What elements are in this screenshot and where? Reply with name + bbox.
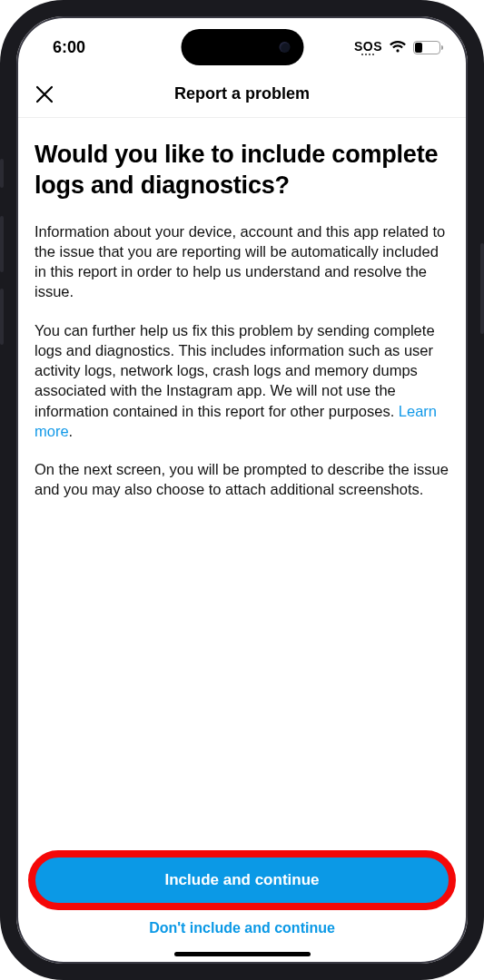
sos-indicator: SOS bbox=[354, 40, 382, 55]
home-indicator[interactable] bbox=[174, 952, 311, 956]
paragraph-1: Information about your device, account a… bbox=[35, 221, 449, 302]
close-icon[interactable] bbox=[29, 79, 60, 110]
include-continue-button[interactable]: Include and continue bbox=[35, 857, 449, 904]
paragraph-3: On the next screen, you will be prompted… bbox=[35, 459, 449, 500]
content-area: Would you like to include complete logs … bbox=[16, 118, 468, 857]
dynamic-island bbox=[181, 29, 303, 65]
nav-bar: Report a problem bbox=[16, 71, 468, 118]
page-title: Report a problem bbox=[16, 84, 468, 103]
paragraph-2: You can further help us fix this problem… bbox=[35, 320, 449, 442]
status-right: SOS 27 bbox=[354, 40, 440, 55]
footer-actions: Include and continue Don't include and c… bbox=[16, 857, 468, 964]
battery-percent: 27 bbox=[414, 43, 440, 53]
status-time: 6:00 bbox=[53, 38, 85, 57]
battery-icon: 27 bbox=[413, 41, 440, 54]
headline: Would you like to include complete logs … bbox=[35, 140, 449, 201]
dont-include-continue-button[interactable]: Don't include and continue bbox=[142, 916, 342, 940]
wifi-icon bbox=[389, 41, 407, 54]
